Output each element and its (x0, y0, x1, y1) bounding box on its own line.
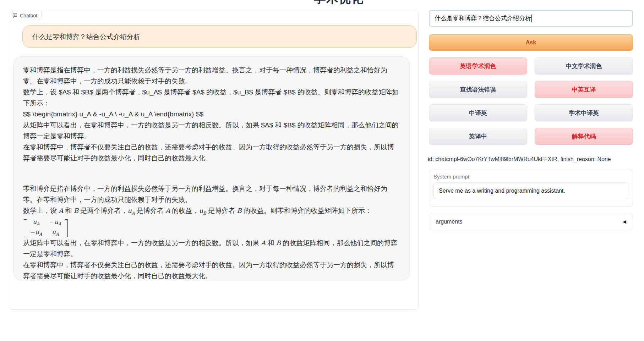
action-button-7[interactable]: 解释代码 (535, 128, 633, 145)
chatbot-label-text: Chatbot (20, 13, 37, 18)
chatbot-label: Chatbot (9, 11, 42, 20)
bot-message-bubble: 零和博弈是指在博弈中，一方的利益损失必然等于另一方的利益增益。换言之，对于每一种… (13, 56, 410, 280)
system-prompt-input[interactable]: Serve me as a writing and programming as… (433, 182, 628, 199)
bot-paragraph: 零和博弈是指在博弈中，一方的利益损失必然等于另一方的利益增益。换言之，对于每一种… (23, 65, 400, 87)
matrix-cell: −uA (49, 218, 61, 228)
question-input-value: 什么是零和博弈？结合公式介绍分析 (435, 14, 531, 22)
bot-paragraph: 从矩阵中可以看出，在零和博弈中，一方的收益是另一方的相反数。所以，如果 A 和 … (23, 237, 400, 259)
user-message-bubble: 什么是零和博弈？结合公式介绍分析 (22, 25, 417, 48)
matrix-left-bracket (24, 219, 27, 237)
action-button-0[interactable]: 英语学术润色 (429, 57, 527, 75)
matrix-right-bracket (65, 219, 68, 237)
bot-paragraph: 数学上，设 A 和 B 是两个博弈者，uA 是博弈者 A 的收益，uB 是博弈者… (23, 205, 400, 219)
bot-message-content: 零和博弈是指在博弈中，一方的利益损失必然等于另一方的利益增益。换言之，对于每一种… (23, 65, 400, 281)
paragraph-spacer (23, 164, 400, 183)
action-button-5[interactable]: 学术中译英 (535, 104, 633, 121)
system-prompt-group: System prompt Serve me as a writing and … (429, 170, 633, 207)
matrix-cells: uA−uA−uAuA (27, 219, 65, 237)
arguments-accordion-label: arguments (436, 219, 463, 225)
action-button-6[interactable]: 英译中 (429, 128, 527, 145)
arguments-accordion[interactable]: arguments ◀ (429, 213, 633, 230)
chatbot-panel: Chatbot 什么是零和博弈？结合公式介绍分析 零和博弈是指在博弈中，一方的利… (9, 11, 419, 310)
matrix-cell: uA (33, 218, 40, 228)
action-button-4[interactable]: 中译英 (429, 104, 527, 121)
accordion-collapse-icon: ◀ (623, 219, 626, 224)
action-button-3[interactable]: 中英互译 (535, 81, 633, 98)
system-prompt-label: System prompt (433, 174, 628, 180)
ask-button[interactable]: Ask (429, 34, 633, 51)
chat-bubble-icon (12, 13, 18, 18)
page-title: 学术优化 (314, 0, 364, 7)
completion-status-line: id: chatcmpl-6wOo7KrYTwMl89lbrMWRu4UkFFX… (428, 156, 611, 163)
system-prompt-value: Serve me as a writing and programming as… (439, 188, 565, 194)
bot-paragraph: 在零和博弈中，博弈者不仅要关注自己的收益，还需要考虑对手的收益。因为一方取得的收… (23, 142, 400, 164)
bot-paragraph: 零和博弈是指在博弈中，一方的利益损失必然等于另一方的利益增益。换言之，对于每一种… (23, 183, 400, 205)
ask-button-label: Ask (526, 39, 536, 46)
bot-paragraph: 数学上，设 $A$ 和 $B$ 是两个博弈者，$u_A$ 是博弈者 $A$ 的收… (23, 87, 400, 109)
payoff-matrix: uA−uA−uAuA (24, 219, 69, 237)
bot-paragraph: $$ \begin{bmatrix} u_A & -u_A \ -u_A & u… (23, 109, 400, 120)
bot-paragraph: 从矩阵中可以看出，在零和博弈中，一方的收益是另一方的相反数。所以，如果 $A$ … (23, 120, 400, 142)
action-button-2[interactable]: 查找语法错误 (429, 81, 527, 98)
question-input[interactable]: 什么是零和博弈？结合公式介绍分析 (429, 10, 633, 27)
quick-action-buttons: 英语学术润色中文学术润色查找语法错误中英互译中译英学术中译英英译中解释代码 (429, 57, 633, 145)
text-cursor (531, 15, 532, 22)
user-message-text: 什么是零和博弈？结合公式介绍分析 (32, 31, 140, 42)
matrix-cell: uA (52, 228, 59, 238)
bot-paragraph: 在零和博弈中，博弈者不仅要关注自己的收益，还需要考虑对手的收益。因为一方取得的收… (23, 259, 400, 281)
action-button-1[interactable]: 中文学术润色 (535, 57, 633, 75)
matrix-cell: −uA (30, 228, 42, 238)
